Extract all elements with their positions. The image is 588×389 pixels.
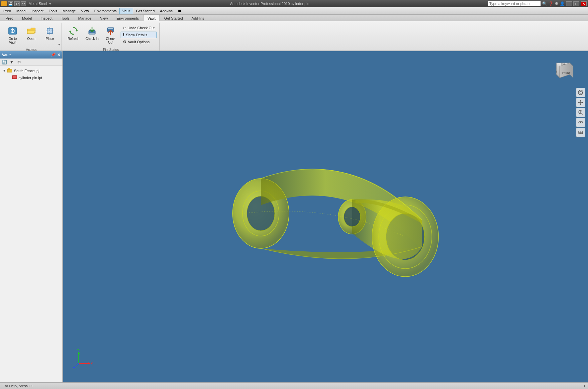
quick-access-toolbar[interactable]: 💾 ↩ ↪ xyxy=(8,1,26,6)
sync-icon[interactable]: 🔄 xyxy=(1,59,7,65)
south-fence-label: South Fence.ipj xyxy=(14,69,39,73)
ribbon-group-access: Go to Vault Open xyxy=(1,23,61,52)
menu-model[interactable]: Model xyxy=(14,8,29,14)
settings-panel-icon[interactable]: ⚙ xyxy=(16,59,22,65)
search-input[interactable] xyxy=(488,1,541,6)
tab-add-ins[interactable]: Add-Ins xyxy=(187,15,209,21)
svg-text:Z: Z xyxy=(73,365,75,368)
profile-name: Metal-Steel xyxy=(29,2,47,6)
check-in-icon xyxy=(87,26,97,36)
vault-panel-title: Vault xyxy=(2,53,11,57)
tree-item-cylinder-pin[interactable]: ▶ cylinder pin.ipt xyxy=(1,74,61,81)
go-to-vault-button[interactable]: Go to Vault xyxy=(4,24,21,46)
vault-panel-close[interactable]: ✕ xyxy=(57,53,60,57)
svg-line-39 xyxy=(582,113,583,115)
tab-model[interactable]: Model xyxy=(18,15,36,21)
zoom-button[interactable] xyxy=(576,108,585,117)
tab-preo[interactable]: Preo xyxy=(1,15,18,21)
tab-inspect[interactable]: Inspect xyxy=(36,15,56,21)
coordinate-axes: X Y Z xyxy=(73,349,93,369)
undo-check-out-button[interactable]: ↩ Undo Check Out xyxy=(121,25,157,31)
restore-button[interactable]: □ xyxy=(573,1,579,6)
vault-panel-pin[interactable]: 📌 xyxy=(51,53,56,57)
ribbon: Preo Model Inspect Tools Manage View Env… xyxy=(0,15,588,51)
app-title: Autodesk Inventor Professional 2010 cyli… xyxy=(52,2,488,6)
refresh-button[interactable]: Refresh xyxy=(65,24,82,42)
check-out-label: Check Out xyxy=(103,37,118,44)
check-out-icon xyxy=(105,26,116,36)
info-icon: ℹ xyxy=(123,33,125,37)
pan-button[interactable] xyxy=(576,98,585,107)
svg-rect-10 xyxy=(89,33,95,34)
ribbon-content: Go to Vault Open xyxy=(0,21,588,54)
show-details-button[interactable]: ℹ Show Details xyxy=(121,32,157,38)
tab-view[interactable]: View xyxy=(96,15,112,21)
close-button[interactable]: ✕ xyxy=(581,1,587,6)
tab-vault[interactable]: Vault xyxy=(143,15,160,21)
menu-extra[interactable]: ◼ xyxy=(175,8,184,14)
orbit-button[interactable] xyxy=(576,88,585,97)
svg-rect-12 xyxy=(108,28,113,29)
filter-icon[interactable]: ▼ xyxy=(9,59,15,65)
search-icon[interactable]: 🔍 xyxy=(542,1,547,6)
titlebar: I 💾 ↩ ↪ Metal-Steel ▼ Autodesk Inventor … xyxy=(0,0,588,7)
svg-text:X: X xyxy=(91,362,93,365)
full-nav-button[interactable] xyxy=(576,128,585,137)
tab-manage[interactable]: Manage xyxy=(74,15,96,21)
tab-environments[interactable]: Environments xyxy=(112,15,143,21)
ribbon-tabs: Preo Model Inspect Tools Manage View Env… xyxy=(0,15,588,21)
look-button[interactable] xyxy=(576,118,585,127)
menu-preo[interactable]: Preo xyxy=(1,8,14,14)
titlebar-left: I 💾 ↩ ↪ Metal-Steel ▼ xyxy=(1,1,52,6)
menu-add-ins[interactable]: Add-Ins xyxy=(157,8,175,14)
svg-rect-14 xyxy=(8,68,10,69)
tab-get-started[interactable]: Get Started xyxy=(160,15,187,21)
access-dropdown-arrow[interactable]: ▼ xyxy=(58,43,60,46)
menu-view[interactable]: View xyxy=(78,8,92,14)
vault-panel-header: Vault 📌 ✕ xyxy=(0,51,62,59)
svg-text:LEFT: LEFT xyxy=(555,69,557,74)
menu-tools[interactable]: Tools xyxy=(46,8,60,14)
expand-icon: ▼ xyxy=(3,69,6,72)
svg-point-2 xyxy=(12,30,13,32)
tree-item-south-fence[interactable]: ▼ South Fence.ipj xyxy=(1,67,61,74)
check-out-button[interactable]: Check Out xyxy=(102,24,119,46)
vault-panel-toolbar: 🔄 ▼ ⚙ xyxy=(0,59,62,66)
tab-tools[interactable]: Tools xyxy=(57,15,74,21)
titlebar-right[interactable]: 🔍 ❓ ⚙ 👤 ─ □ ✕ xyxy=(488,1,587,6)
viewport[interactable]: TOP LEFT FRONT xyxy=(63,51,588,382)
svg-marker-48 xyxy=(88,362,90,364)
minimize-button[interactable]: ─ xyxy=(566,1,572,6)
menu-get-started[interactable]: Get Started xyxy=(133,8,157,14)
view-cube[interactable]: TOP LEFT FRONT xyxy=(551,58,575,81)
svg-point-24 xyxy=(344,207,360,227)
check-in-label: Check In xyxy=(85,37,98,41)
statusbar: For Help, press F1 1 xyxy=(0,382,588,389)
menu-inspect[interactable]: Inspect xyxy=(29,8,46,14)
place-button[interactable]: Place xyxy=(41,24,58,42)
menu-vault[interactable]: Vault xyxy=(119,8,133,14)
status-right: 1 xyxy=(583,384,585,388)
user-icon[interactable]: 👤 xyxy=(560,1,565,6)
go-to-vault-label: Go to Vault xyxy=(5,37,20,44)
svg-rect-16 xyxy=(13,76,16,78)
place-icon xyxy=(45,26,55,36)
vault-options-button[interactable]: ⚙ Vault Options xyxy=(121,39,157,45)
refresh-icon xyxy=(68,26,79,36)
svg-marker-36 xyxy=(578,102,579,103)
3d-model xyxy=(209,117,442,317)
svg-marker-7 xyxy=(75,30,78,31)
nav-tools xyxy=(576,88,585,137)
open-button[interactable]: Open xyxy=(23,24,40,42)
open-icon xyxy=(26,26,37,36)
open-label: Open xyxy=(27,37,35,41)
file-status-buttons: Refresh Check In xyxy=(65,23,157,47)
show-details-label: Show Details xyxy=(126,33,147,37)
help-icon[interactable]: ❓ xyxy=(548,1,553,6)
settings-icon[interactable]: ⚙ xyxy=(555,1,558,6)
vault-icon xyxy=(7,26,18,36)
refresh-label: Refresh xyxy=(67,37,79,41)
check-in-button[interactable]: Check In xyxy=(83,24,101,42)
menu-environments[interactable]: Environments xyxy=(92,8,119,14)
menu-manage[interactable]: Manage xyxy=(60,8,78,14)
